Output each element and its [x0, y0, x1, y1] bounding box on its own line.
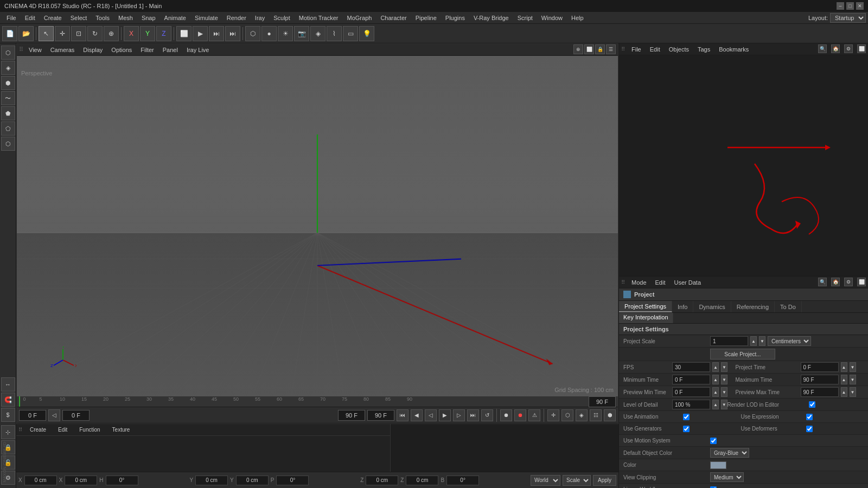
props-edit-menu[interactable]: Edit	[653, 278, 668, 287]
viewport-panel-menu[interactable]: Panel	[159, 46, 181, 54]
viewport-expand-btn[interactable]: ⬜	[584, 44, 594, 54]
scale-project-btn[interactable]: Scale Project...	[710, 349, 775, 359]
projtime-spin-down[interactable]: ▼	[850, 362, 856, 372]
props-content[interactable]: Project Scale ▲ ▼ CentimetersMetersInche…	[619, 335, 868, 488]
menu-motion-tracker[interactable]: Motion Tracker	[295, 14, 343, 22]
toolbar-floor[interactable]: ▭	[343, 26, 358, 41]
toolbar-open[interactable]: 📂	[18, 26, 34, 41]
x-input[interactable]	[24, 476, 57, 485]
min-time-input[interactable]	[672, 375, 710, 384]
obj-tags-menu[interactable]: Tags	[695, 45, 712, 54]
preview-min-time-input[interactable]	[672, 387, 710, 397]
tab-project-settings[interactable]: Project Settings	[619, 301, 672, 312]
toolbar-transform[interactable]: ⊕	[104, 26, 119, 41]
add-key-btn[interactable]: ✛	[547, 409, 559, 421]
motion-system-btn[interactable]: ☷	[590, 409, 602, 421]
menu-window[interactable]: Window	[537, 14, 567, 22]
record-motion-btn[interactable]: ⚠	[528, 409, 540, 421]
use-expression-checkbox[interactable]	[806, 414, 813, 420]
obj-expand-btn[interactable]: ⬜	[857, 44, 866, 53]
toolbar-sphere[interactable]: ●	[261, 26, 277, 41]
sidebar-dollar[interactable]: $	[1, 408, 15, 422]
z2-input[interactable]	[406, 476, 438, 485]
record-auto-btn[interactable]: ⏺	[514, 409, 526, 421]
menu-help[interactable]: Help	[567, 14, 588, 22]
menu-vray[interactable]: V-Ray Bridge	[469, 14, 513, 22]
sidebar-measure[interactable]: ↔	[1, 377, 15, 391]
obj-file-menu[interactable]: File	[629, 45, 643, 54]
project-scale-input[interactable]	[710, 336, 748, 346]
menu-pipeline[interactable]: Pipeline	[411, 14, 441, 22]
prev-frame-btn[interactable]: ◁	[48, 409, 60, 421]
toolbar-render-region[interactable]: ⬜	[176, 26, 192, 41]
obj-color-select[interactable]: Gray-BlueGray	[710, 448, 749, 458]
color-swatch[interactable]	[710, 461, 726, 469]
preview-end-input[interactable]	[338, 410, 365, 421]
props-search-btn[interactable]: 🔍	[818, 278, 827, 286]
layout-select[interactable]: Startup	[830, 13, 866, 23]
render-anim-btn[interactable]: ⬢	[604, 409, 616, 421]
menu-sculpt[interactable]: Sculpt	[269, 14, 295, 22]
lod-input[interactable]	[672, 400, 710, 409]
toolbar-light[interactable]: ☀	[278, 26, 293, 41]
viewport-lock-btn[interactable]: 🔒	[595, 44, 605, 54]
play-back-btn[interactable]: ◁	[425, 409, 437, 421]
h-input[interactable]	[106, 476, 138, 485]
use-generators-checkbox[interactable]	[683, 426, 690, 432]
view-clipping-select[interactable]: MediumSmallLarge	[710, 472, 744, 482]
toolbar-select[interactable]: ↖	[39, 26, 54, 41]
tab-dynamics[interactable]: Dynamics	[693, 301, 731, 312]
viewport-options-menu[interactable]: Options	[108, 46, 135, 54]
current-frame-input[interactable]	[19, 410, 46, 421]
menu-select[interactable]: Select	[66, 14, 92, 22]
viewport-center-btn[interactable]: ⊕	[573, 44, 583, 54]
prevmaxtime-spin-down[interactable]: ▼	[850, 387, 856, 397]
toolbar-y-axis[interactable]: Y	[140, 26, 155, 41]
sidebar-select-obj[interactable]: ◈	[1, 61, 15, 75]
menu-render[interactable]: Render	[222, 14, 251, 22]
scale-spin-down[interactable]: ▼	[759, 336, 765, 346]
obj-home-btn[interactable]: 🏠	[831, 44, 840, 53]
viewport-cameras-menu[interactable]: Cameras	[47, 46, 78, 54]
subtab-key-interp[interactable]: Key Interpolation	[619, 313, 673, 323]
viewport-view-menu[interactable]: View	[25, 46, 45, 54]
menu-create[interactable]: Create	[40, 14, 66, 22]
linear-workflow-checkbox[interactable]	[710, 486, 717, 489]
toolbar-render-full[interactable]: ⏭	[225, 26, 240, 41]
prevmintime-spin-down[interactable]: ▼	[721, 387, 727, 397]
menu-mograph[interactable]: MoGraph	[343, 14, 376, 22]
obj-settings-btn[interactable]: ⚙	[844, 44, 853, 53]
goto-start-btn[interactable]: ⏮	[397, 409, 409, 421]
maximize-button[interactable]: □	[846, 2, 854, 10]
maxtime-spin-up[interactable]: ▲	[841, 375, 847, 384]
play-btn[interactable]: ▶	[439, 409, 451, 421]
sidebar-snap[interactable]: ⊹	[1, 425, 15, 439]
preview-max-time-input[interactable]	[801, 387, 839, 397]
projtime-spin-up[interactable]: ▲	[841, 362, 847, 372]
toolbar-x-axis[interactable]: X	[124, 26, 139, 41]
close-button[interactable]: ✕	[856, 2, 864, 10]
toolbar-scale[interactable]: ⊡	[71, 26, 86, 41]
viewport-settings-btn[interactable]: ☰	[606, 44, 616, 54]
toolbar-move[interactable]: ✛	[55, 26, 70, 41]
menu-iray[interactable]: Iray	[251, 14, 269, 22]
x2-input[interactable]	[65, 476, 97, 485]
menu-snap[interactable]: Snap	[137, 14, 160, 22]
menu-plugins[interactable]: Plugins	[441, 14, 469, 22]
mintime-spin-up[interactable]: ▲	[712, 375, 719, 384]
record-btn[interactable]: ⏺	[500, 409, 512, 421]
tab-todo[interactable]: To Do	[775, 301, 802, 312]
step-back-btn[interactable]: ◀	[411, 409, 423, 421]
viewport-display-menu[interactable]: Display	[80, 46, 106, 54]
use-deformers-checkbox[interactable]	[806, 426, 813, 432]
use-animation-checkbox[interactable]	[683, 414, 690, 420]
prevmaxtime-spin-up[interactable]: ▲	[841, 387, 847, 397]
toolbar-z-axis[interactable]: Z	[156, 26, 171, 41]
menu-animate[interactable]: Animate	[160, 14, 190, 22]
toolbar-render-view[interactable]: ▶	[193, 26, 208, 41]
lod-spin-down[interactable]: ▼	[721, 400, 727, 409]
render-lod-checkbox[interactable]	[809, 401, 815, 408]
apply-button[interactable]: Apply	[593, 475, 616, 486]
loop-btn[interactable]: ↺	[481, 409, 493, 421]
toolbar-cube[interactable]: ⬡	[245, 26, 260, 41]
